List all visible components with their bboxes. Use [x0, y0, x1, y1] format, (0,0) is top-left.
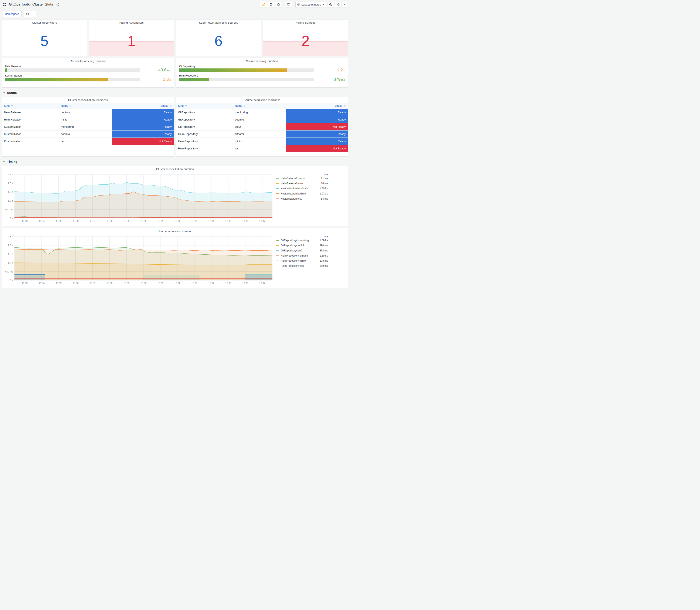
legend-item[interactable]: HelmRepository/test289 ms — [276, 263, 328, 269]
legend-avg-header[interactable]: avg — [276, 235, 328, 238]
stat-panel-title[interactable]: Failing Sources — [263, 20, 348, 26]
legend-item[interactable]: HelmRelease/minio16 ms — [276, 181, 328, 186]
legend-item[interactable]: Kustomization/test84 ms — [276, 196, 328, 201]
gauge-value-unit: ms — [167, 69, 171, 72]
status-cell: Ready — [286, 130, 348, 138]
column-header-name[interactable]: Name — [233, 103, 286, 109]
legend-item[interactable]: Kustomization/monitoring1.605 s — [276, 186, 328, 191]
gauge-label: HelmRepository — [179, 74, 314, 77]
chart-panel-title[interactable]: Cluster reconciliation duration — [2, 166, 348, 172]
filter-icon[interactable] — [185, 105, 187, 107]
legend-item[interactable]: HelmRelease/contour71 ms — [276, 176, 328, 181]
series-avg-value: 71 ms — [321, 177, 328, 180]
series-avg-value: 1.594 s — [320, 239, 328, 242]
time-range-picker[interactable]: Last 15 minutes — [295, 2, 326, 7]
x-tick-label: 16:04 — [209, 282, 214, 284]
section-status[interactable]: Status — [0, 90, 350, 97]
series-avg-value: 1.071 s — [320, 192, 328, 195]
status-badge: Ready — [112, 130, 174, 138]
filter-icon[interactable] — [344, 105, 346, 107]
tv-icon — [287, 3, 290, 6]
bargauge-panel: Reconciler ops avg. durationHelmRelease4… — [2, 58, 174, 87]
series-color-swatch — [276, 240, 279, 241]
gauge-value: 1.3s — [143, 78, 171, 82]
x-tick-label: 16:02 — [175, 282, 180, 284]
chevron-down-icon — [343, 3, 345, 5]
section-timing[interactable]: Timing — [0, 159, 350, 166]
series-name: HelmRepository/test — [281, 264, 320, 267]
legend-item[interactable]: HelmRepository/minio108 ms — [276, 258, 328, 263]
series-area — [14, 275, 45, 280]
stat-panel-title[interactable]: Cluster Reconcilers — [2, 20, 87, 26]
refresh-interval-dropdown[interactable] — [342, 2, 347, 7]
bargauge-panel: Source ops avg. durationGitRepository1.2… — [176, 58, 348, 87]
column-header-kind[interactable]: Kind — [176, 103, 233, 109]
stat-panel-title[interactable]: Kubernetes Manifests Sources — [176, 20, 261, 26]
column-header-kind[interactable]: Kind — [2, 103, 59, 109]
namespace-variable-dropdown[interactable]: All — [23, 11, 36, 17]
x-tick-label: 16:03 — [192, 282, 197, 284]
legend-item[interactable]: GitRepository/monitoring1.594 s — [276, 238, 328, 243]
status-badge: Not Ready — [112, 138, 174, 145]
series-name: Kustomization/test — [281, 197, 321, 200]
chart-panel-title[interactable]: Source acquisition duration — [2, 228, 348, 234]
kind-cell: GitRepository — [176, 109, 233, 116]
x-tick-label: 16:07 — [259, 220, 265, 222]
timeseries-panel: Cluster reconciliation duration15:5315:5… — [2, 166, 348, 226]
table-panel-title[interactable]: Cluster reconciliation readiness — [2, 97, 174, 103]
series-color-swatch — [276, 261, 279, 261]
share-icon[interactable] — [55, 2, 59, 6]
stat-value: 1 — [89, 26, 174, 56]
name-cell: contour — [59, 109, 112, 116]
kind-cell: Kustomization — [2, 138, 59, 145]
column-header-status[interactable]: Status — [286, 103, 348, 109]
x-tick-label: 16:05 — [226, 282, 231, 284]
zoom-out-button[interactable] — [327, 2, 334, 7]
gauge-row: HelmRepository879ms — [179, 74, 345, 81]
namespace-variable-label[interactable]: namespace — [3, 11, 21, 17]
kind-cell: HelmRelease — [2, 116, 59, 123]
filter-icon[interactable] — [169, 105, 172, 107]
column-header-label: Name — [61, 104, 68, 107]
filter-icon[interactable] — [244, 105, 246, 107]
stat-value: 6 — [176, 26, 261, 56]
table-panel-title[interactable]: Source acquisition readiness — [176, 97, 348, 103]
chevron-down-icon — [32, 13, 34, 15]
status-cell: Not Ready — [286, 123, 348, 130]
navbar: GitOps Toolkit Cluster Stats Last 15 min… — [0, 0, 350, 9]
legend-item[interactable]: GitRepository/test2338 ms — [276, 248, 328, 253]
zoom-out-icon — [329, 3, 332, 6]
table-row: KustomizationmonitoringReady — [2, 123, 174, 130]
series-area — [14, 279, 273, 280]
kind-cell: GitRepository — [176, 123, 233, 130]
add-panel-button[interactable] — [260, 2, 267, 7]
series-avg-value: 1.605 s — [320, 187, 328, 190]
series-color-swatch — [276, 178, 279, 178]
legend-item[interactable]: GitRepository/podinfo980 ms — [276, 243, 328, 248]
gauge-row: GitRepository1.2s — [179, 65, 345, 72]
y-tick-label: 2.0 s — [8, 244, 13, 246]
bargauge-panel-title[interactable]: Source ops avg. duration — [176, 58, 348, 64]
column-header-name[interactable]: Name — [59, 103, 112, 109]
y-tick-label: 500 ms — [5, 208, 13, 211]
legend-avg-header[interactable]: avg — [276, 172, 328, 176]
bargauge-panel-title[interactable]: Reconciler ops avg. duration — [2, 58, 174, 64]
filter-icon[interactable] — [11, 105, 13, 107]
gauge-value-number: 879 — [333, 77, 340, 82]
save-dashboard-button[interactable] — [268, 2, 274, 7]
legend-item[interactable]: Kustomization/podinfo1.071 s — [276, 191, 328, 196]
cycle-view-button[interactable] — [285, 2, 292, 7]
legend-item[interactable]: HelmRepository/bitnami1.695 s — [276, 253, 328, 258]
refresh-button[interactable] — [335, 2, 342, 7]
dashboard-settings-button[interactable] — [275, 2, 282, 7]
status-cell: Not Ready — [286, 145, 348, 152]
dashboard-grid-icon[interactable] — [2, 2, 7, 6]
status-badge: Ready — [112, 116, 174, 123]
dashboard-title: GitOps Toolkit Cluster Stats — [9, 2, 53, 6]
filter-icon[interactable] — [69, 105, 72, 107]
gauge-value-unit: ms — [341, 78, 345, 81]
series-name: HelmRepository/bitnami — [281, 254, 320, 257]
series-color-swatch — [276, 183, 279, 183]
stat-panel-title[interactable]: Failing Reconcilers — [89, 20, 174, 26]
column-header-status[interactable]: Status — [112, 103, 174, 109]
